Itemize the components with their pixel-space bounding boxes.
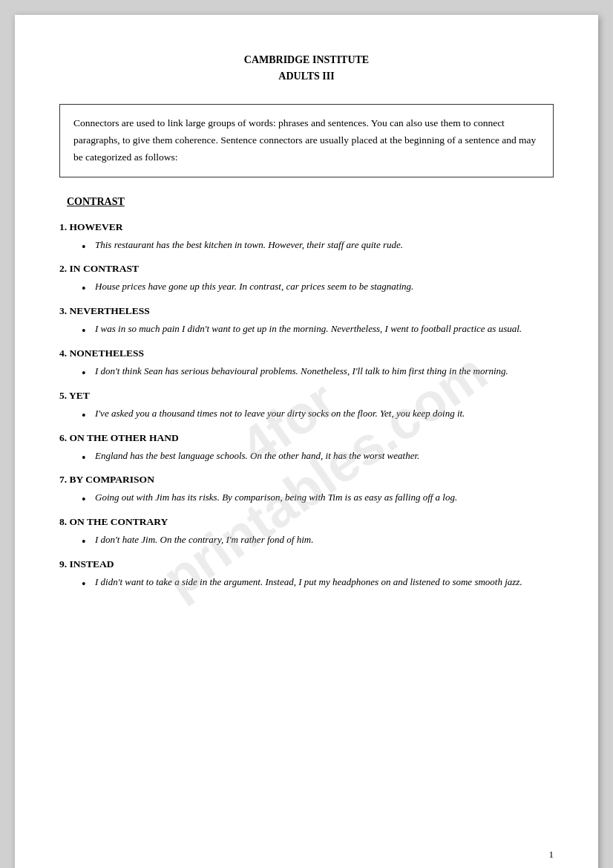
page-header: CAMBRIDGE INSTITUTE ADULTS III xyxy=(59,52,554,85)
connector-item-5: 5. YET I've asked you a thousand times n… xyxy=(59,390,554,422)
connector-example-7: Going out with Jim has its risks. By com… xyxy=(82,490,554,506)
connector-heading-2: 2. IN CONTRAST xyxy=(59,263,554,275)
connector-item-8: 8. ON THE CONTRARY I don't hate Jim. On … xyxy=(59,516,554,548)
connector-example-8: I don't hate Jim. On the contrary, I'm r… xyxy=(82,532,554,548)
header-title-line2: ADULTS III xyxy=(59,68,554,85)
connector-example-6: England has the best language schools. O… xyxy=(82,448,554,464)
header-title-line1: CAMBRIDGE INSTITUTE xyxy=(59,52,554,68)
section-title: CONTRAST xyxy=(67,196,554,208)
connector-heading-9: 9. INSTEAD xyxy=(59,558,554,570)
connector-item-7: 7. BY COMPARISON Going out with Jim has … xyxy=(59,474,554,506)
connector-item-2: 2. IN CONTRAST House prices have gone up… xyxy=(59,263,554,295)
page-number: 1 xyxy=(549,849,554,861)
connector-example-9: I didn't want to take a side in the argu… xyxy=(82,575,554,590)
connector-item-3: 3. NEVERTHELESS I was in so much pain I … xyxy=(59,305,554,337)
connector-heading-3: 3. NEVERTHELESS xyxy=(59,305,554,317)
intro-box: Connectors are used to link large groups… xyxy=(59,104,554,177)
connector-heading-1: 1. HOWEVER xyxy=(59,221,554,233)
connector-heading-8: 8. ON THE CONTRARY xyxy=(59,516,554,528)
connector-item-9: 9. INSTEAD I didn't want to take a side … xyxy=(59,558,554,590)
connector-item-4: 4. NONETHELESS I don't think Sean has se… xyxy=(59,347,554,379)
connector-heading-5: 5. YET xyxy=(59,390,554,402)
connector-example-2: House prices have gone up this year. In … xyxy=(82,279,554,295)
connector-item-6: 6. ON THE OTHER HAND England has the bes… xyxy=(59,432,554,464)
intro-text: Connectors are used to link large groups… xyxy=(73,117,536,163)
connector-heading-6: 6. ON THE OTHER HAND xyxy=(59,432,554,444)
connector-item-1: 1. HOWEVER This restaurant has the best … xyxy=(59,221,554,253)
connector-heading-7: 7. BY COMPARISON xyxy=(59,474,554,486)
connectors-list: 1. HOWEVER This restaurant has the best … xyxy=(59,221,554,590)
page: 4for printables.com CAMBRIDGE INSTITUTE … xyxy=(15,15,598,868)
connector-example-5: I've asked you a thousand times not to l… xyxy=(82,406,554,422)
connector-heading-4: 4. NONETHELESS xyxy=(59,347,554,359)
connector-example-1: This restaurant has the best kitchen in … xyxy=(82,238,554,253)
connector-example-4: I don't think Sean has serious behaviour… xyxy=(82,364,554,379)
connector-example-3: I was in so much pain I didn't want to g… xyxy=(82,322,554,337)
